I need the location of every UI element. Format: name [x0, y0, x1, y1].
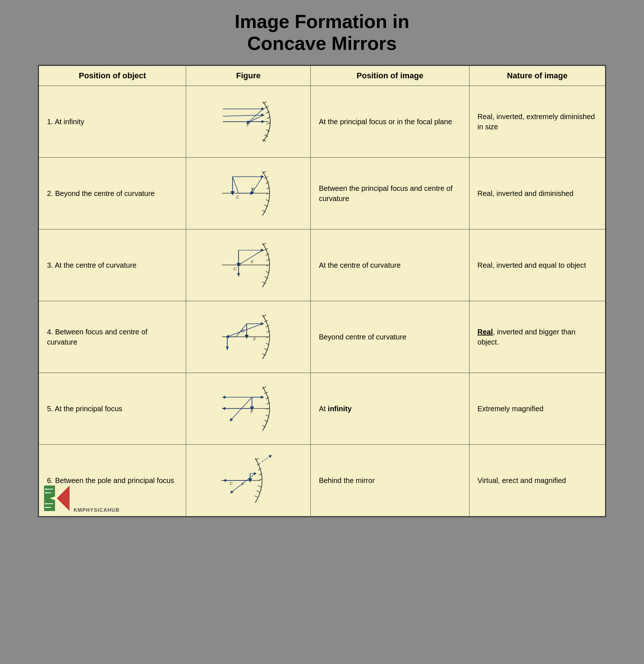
svg-point-103: [45, 488, 47, 490]
header-position: Position of object: [39, 66, 186, 86]
svg-point-107: [45, 503, 47, 504]
svg-text:F: F: [251, 259, 254, 264]
figure-3: F C: [186, 229, 311, 301]
svg-point-104: [45, 492, 47, 494]
object-position-4: 4. Between focus and centre of curvature: [39, 301, 186, 373]
logo-icon: [42, 484, 71, 513]
svg-line-96: [231, 474, 255, 492]
object-position-3: 3. At the centre of curvature: [39, 229, 186, 301]
nature-4-text: Real, inverted and bigger than object.: [478, 328, 576, 346]
figure-6: C F: [186, 444, 311, 516]
nature-5: Extremely magnified: [469, 373, 605, 444]
figure-svg-3: F C: [216, 238, 281, 292]
figure-4: F C: [186, 301, 311, 373]
image-position-4: Beyond centre of curvature: [311, 301, 469, 373]
nature-1: Real, inverted, extremely diminished in …: [469, 86, 605, 157]
svg-line-11: [223, 115, 263, 116]
svg-line-87: [258, 486, 261, 487]
svg-line-89: [255, 496, 258, 498]
page-title: Image Formation in Concave Mirrors: [235, 11, 409, 55]
figure-svg-5: F: [216, 381, 281, 436]
svg-line-45: [239, 250, 263, 265]
svg-marker-48: [237, 273, 240, 276]
nature-2: Real, inverted and diminished: [469, 157, 605, 229]
table-row: 2. Beyond the centre of curvature: [39, 157, 605, 229]
svg-text:C: C: [233, 266, 237, 271]
nature-6: Virtual, erect and magnified: [469, 444, 605, 516]
logo-text: KMPHYSICAHUB: [74, 507, 119, 513]
nature-4: Real, inverted and bigger than object.: [469, 301, 605, 373]
svg-text:F: F: [247, 122, 250, 127]
svg-text:F: F: [251, 409, 254, 414]
svg-marker-66: [226, 346, 229, 350]
image-position-2: Between the principal focus and centre o…: [311, 157, 469, 229]
logo-area: KMPHYSICAHUB: [42, 484, 119, 513]
nature-3: Real, inverted and equal to object: [469, 229, 605, 301]
infinity-bold: infinity: [328, 405, 352, 413]
header-nature: Nature of image: [469, 66, 605, 86]
table-row: 4. Between focus and centre of curvature: [39, 301, 605, 373]
image-position-3: At the centre of curvature: [311, 229, 469, 301]
image-formation-table: Position of object Figure Position of im…: [39, 66, 605, 516]
object-position-1: 1. At infinity: [39, 86, 186, 157]
figure-svg-4: F C: [216, 310, 281, 364]
image-position-5: At infinity: [311, 373, 469, 444]
svg-marker-100: [57, 486, 70, 511]
figure-svg-1: F: [216, 94, 281, 149]
header-image-position: Position of image: [311, 66, 469, 86]
image-position-6: Behind the mirror: [311, 444, 469, 516]
figure-svg-2: F C: [216, 166, 281, 221]
svg-line-88: [256, 491, 260, 492]
image-position-1: At the principal focus or in the focal p…: [311, 86, 469, 157]
table-row: 3. At the centre of curvature: [39, 229, 605, 301]
figure-2: F C: [186, 157, 311, 229]
svg-text:F: F: [253, 337, 256, 341]
object-position-5: 5. At the principal focus: [39, 373, 186, 444]
table-row: 5. At the principal focus: [39, 373, 605, 444]
svg-point-108: [45, 507, 47, 508]
figure-svg-6: C F: [216, 453, 281, 508]
svg-text:C: C: [236, 195, 239, 199]
svg-line-28: [252, 177, 263, 193]
figure-5: F: [186, 373, 311, 444]
svg-line-13: [248, 109, 263, 123]
object-position-2: 2. Beyond the centre of curvature: [39, 157, 186, 229]
main-table-wrapper: Position of object Figure Position of im…: [38, 65, 606, 517]
table-row: 1. At infinity: [39, 86, 605, 157]
svg-text:C: C: [229, 481, 233, 486]
figure-1: F: [186, 86, 311, 157]
svg-line-94: [262, 456, 270, 461]
svg-line-4: [267, 122, 270, 124]
header-figure: Figure: [186, 66, 311, 86]
table-row: 6. Between the pole and principal focus: [39, 444, 605, 516]
svg-line-29: [232, 177, 238, 193]
